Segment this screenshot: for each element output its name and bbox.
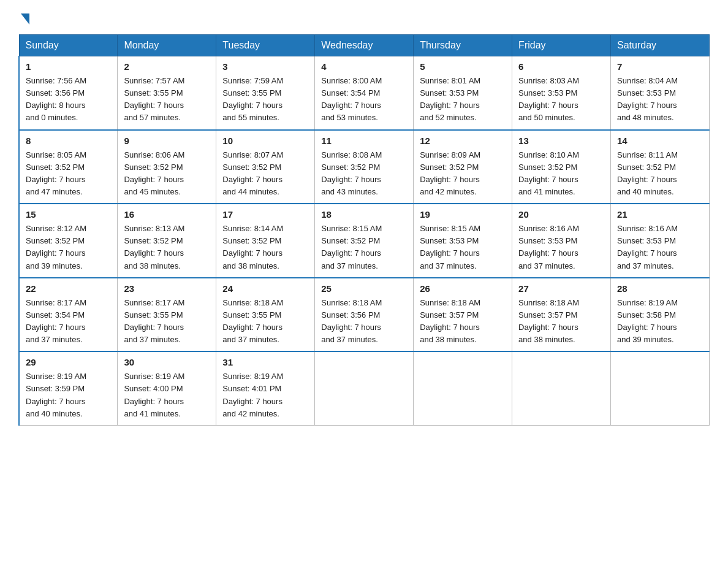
calendar-cell: 27 Sunrise: 8:18 AMSunset: 3:57 PMDaylig…	[512, 278, 611, 352]
day-info: Sunrise: 8:00 AMSunset: 3:54 PMDaylight:…	[321, 75, 407, 124]
calendar-cell: 9 Sunrise: 8:06 AMSunset: 3:52 PMDayligh…	[118, 130, 216, 204]
day-info: Sunrise: 8:12 AMSunset: 3:52 PMDaylight:…	[26, 223, 111, 272]
calendar-cell	[315, 351, 414, 425]
calendar-cell: 4 Sunrise: 8:00 AMSunset: 3:54 PMDayligh…	[315, 56, 414, 130]
calendar-cell	[512, 351, 611, 425]
day-info: Sunrise: 8:16 AMSunset: 3:53 PMDaylight:…	[518, 223, 604, 272]
calendar-cell: 16 Sunrise: 8:13 AMSunset: 3:52 PMDaylig…	[118, 204, 216, 278]
col-header-thursday: Thursday	[414, 35, 512, 56]
calendar-week-row: 15 Sunrise: 8:12 AMSunset: 3:52 PMDaylig…	[19, 204, 710, 278]
day-info: Sunrise: 8:10 AMSunset: 3:52 PMDaylight:…	[518, 149, 604, 199]
calendar-table: SundayMondayTuesdayWednesdayThursdayFrid…	[18, 34, 710, 426]
day-info: Sunrise: 8:01 AMSunset: 3:53 PMDaylight:…	[420, 75, 506, 124]
calendar-cell: 1 Sunrise: 7:56 AMSunset: 3:56 PMDayligh…	[19, 56, 118, 130]
day-number: 7	[617, 61, 703, 72]
day-info: Sunrise: 8:19 AMSunset: 3:59 PMDaylight:…	[26, 370, 111, 420]
day-number: 19	[420, 209, 506, 220]
calendar-cell: 12 Sunrise: 8:09 AMSunset: 3:52 PMDaylig…	[414, 130, 512, 204]
logo	[18, 12, 29, 23]
day-number: 18	[321, 209, 407, 220]
day-info: Sunrise: 8:19 AMSunset: 4:01 PMDaylight:…	[222, 370, 308, 420]
day-info: Sunrise: 8:13 AMSunset: 3:52 PMDaylight:…	[124, 223, 210, 272]
calendar-week-row: 1 Sunrise: 7:56 AMSunset: 3:56 PMDayligh…	[19, 56, 710, 130]
calendar-cell: 5 Sunrise: 8:01 AMSunset: 3:53 PMDayligh…	[414, 56, 512, 130]
day-number: 16	[124, 209, 210, 220]
calendar-cell: 24 Sunrise: 8:18 AMSunset: 3:55 PMDaylig…	[216, 278, 315, 352]
col-header-tuesday: Tuesday	[216, 35, 315, 56]
day-number: 25	[321, 283, 407, 294]
calendar-cell: 2 Sunrise: 7:57 AMSunset: 3:55 PMDayligh…	[118, 56, 216, 130]
day-info: Sunrise: 8:17 AMSunset: 3:54 PMDaylight:…	[26, 297, 111, 347]
day-info: Sunrise: 7:57 AMSunset: 3:55 PMDaylight:…	[124, 75, 210, 124]
day-number: 21	[617, 209, 703, 220]
day-number: 5	[420, 61, 506, 72]
day-number: 12	[420, 136, 506, 146]
day-info: Sunrise: 8:18 AMSunset: 3:56 PMDaylight:…	[321, 297, 407, 347]
day-info: Sunrise: 8:17 AMSunset: 3:55 PMDaylight:…	[124, 297, 210, 347]
day-info: Sunrise: 8:11 AMSunset: 3:52 PMDaylight:…	[617, 149, 703, 199]
calendar-cell: 7 Sunrise: 8:04 AMSunset: 3:53 PMDayligh…	[611, 56, 710, 130]
col-header-sunday: Sunday	[19, 35, 118, 56]
day-info: Sunrise: 8:16 AMSunset: 3:53 PMDaylight:…	[617, 223, 703, 272]
calendar-cell: 28 Sunrise: 8:19 AMSunset: 3:58 PMDaylig…	[611, 278, 710, 352]
day-number: 23	[124, 283, 210, 294]
day-number: 15	[26, 209, 111, 220]
day-info: Sunrise: 8:03 AMSunset: 3:53 PMDaylight:…	[518, 75, 604, 124]
day-info: Sunrise: 8:08 AMSunset: 3:52 PMDaylight:…	[321, 149, 407, 199]
calendar-cell: 22 Sunrise: 8:17 AMSunset: 3:54 PMDaylig…	[19, 278, 118, 352]
day-number: 4	[321, 61, 407, 72]
col-header-monday: Monday	[118, 35, 216, 56]
calendar-cell: 8 Sunrise: 8:05 AMSunset: 3:52 PMDayligh…	[19, 130, 118, 204]
calendar-cell: 11 Sunrise: 8:08 AMSunset: 3:52 PMDaylig…	[315, 130, 414, 204]
calendar-cell: 18 Sunrise: 8:15 AMSunset: 3:52 PMDaylig…	[315, 204, 414, 278]
day-info: Sunrise: 8:05 AMSunset: 3:52 PMDaylight:…	[26, 149, 111, 199]
day-number: 31	[222, 357, 308, 367]
day-info: Sunrise: 8:15 AMSunset: 3:52 PMDaylight:…	[321, 223, 407, 272]
calendar-week-row: 29 Sunrise: 8:19 AMSunset: 3:59 PMDaylig…	[19, 351, 710, 425]
calendar-header-row: SundayMondayTuesdayWednesdayThursdayFrid…	[19, 35, 710, 56]
day-number: 29	[26, 357, 111, 367]
calendar-cell	[611, 351, 710, 425]
calendar-cell: 13 Sunrise: 8:10 AMSunset: 3:52 PMDaylig…	[512, 130, 611, 204]
calendar-cell: 10 Sunrise: 8:07 AMSunset: 3:52 PMDaylig…	[216, 130, 315, 204]
day-info: Sunrise: 8:15 AMSunset: 3:53 PMDaylight:…	[420, 223, 506, 272]
calendar-cell: 23 Sunrise: 8:17 AMSunset: 3:55 PMDaylig…	[118, 278, 216, 352]
day-number: 27	[518, 283, 604, 294]
day-info: Sunrise: 8:04 AMSunset: 3:53 PMDaylight:…	[617, 75, 703, 124]
calendar-week-row: 8 Sunrise: 8:05 AMSunset: 3:52 PMDayligh…	[19, 130, 710, 204]
day-number: 2	[124, 61, 210, 72]
calendar-cell: 29 Sunrise: 8:19 AMSunset: 3:59 PMDaylig…	[19, 351, 118, 425]
day-info: Sunrise: 8:06 AMSunset: 3:52 PMDaylight:…	[124, 149, 210, 199]
day-info: Sunrise: 8:19 AMSunset: 3:58 PMDaylight:…	[617, 297, 703, 347]
calendar-cell: 15 Sunrise: 8:12 AMSunset: 3:52 PMDaylig…	[19, 204, 118, 278]
day-number: 24	[222, 283, 308, 294]
day-info: Sunrise: 8:19 AMSunset: 4:00 PMDaylight:…	[124, 370, 210, 420]
day-info: Sunrise: 8:18 AMSunset: 3:57 PMDaylight:…	[518, 297, 604, 347]
day-number: 17	[222, 209, 308, 220]
day-number: 3	[222, 61, 308, 72]
calendar-cell	[414, 351, 512, 425]
calendar-week-row: 22 Sunrise: 8:17 AMSunset: 3:54 PMDaylig…	[19, 278, 710, 352]
calendar-cell: 25 Sunrise: 8:18 AMSunset: 3:56 PMDaylig…	[315, 278, 414, 352]
day-number: 1	[26, 61, 111, 72]
col-header-wednesday: Wednesday	[315, 35, 414, 56]
day-number: 28	[617, 283, 703, 294]
day-number: 30	[124, 357, 210, 367]
calendar-cell: 31 Sunrise: 8:19 AMSunset: 4:01 PMDaylig…	[216, 351, 315, 425]
day-number: 9	[124, 136, 210, 146]
day-number: 6	[518, 61, 604, 72]
col-header-friday: Friday	[512, 35, 611, 56]
calendar-cell: 3 Sunrise: 7:59 AMSunset: 3:55 PMDayligh…	[216, 56, 315, 130]
day-number: 20	[518, 209, 604, 220]
calendar-cell: 30 Sunrise: 8:19 AMSunset: 4:00 PMDaylig…	[118, 351, 216, 425]
calendar-cell: 6 Sunrise: 8:03 AMSunset: 3:53 PMDayligh…	[512, 56, 611, 130]
calendar-cell: 17 Sunrise: 8:14 AMSunset: 3:52 PMDaylig…	[216, 204, 315, 278]
day-info: Sunrise: 7:56 AMSunset: 3:56 PMDaylight:…	[26, 75, 111, 124]
day-number: 13	[518, 136, 604, 146]
day-info: Sunrise: 8:18 AMSunset: 3:55 PMDaylight:…	[222, 297, 308, 347]
page-header	[18, 12, 710, 23]
day-info: Sunrise: 8:14 AMSunset: 3:52 PMDaylight:…	[222, 223, 308, 272]
day-number: 11	[321, 136, 407, 146]
day-info: Sunrise: 8:07 AMSunset: 3:52 PMDaylight:…	[222, 149, 308, 199]
col-header-saturday: Saturday	[611, 35, 710, 56]
